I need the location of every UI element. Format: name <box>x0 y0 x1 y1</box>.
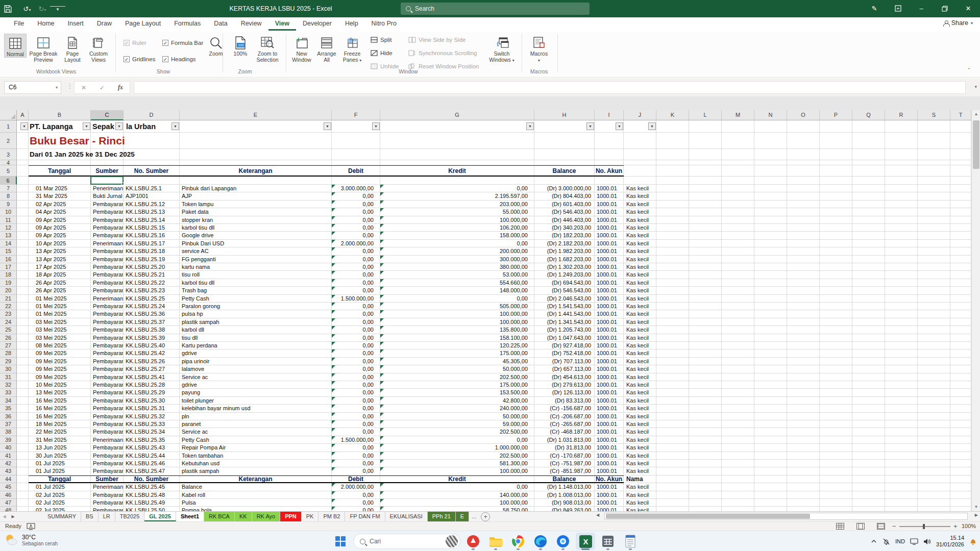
cell-A18[interactable] <box>17 271 29 279</box>
cell-T7[interactable] <box>950 185 971 192</box>
volume-icon[interactable] <box>923 538 931 545</box>
cell-D33[interactable]: KK.LSBU.25.29 <box>124 389 180 396</box>
cell-H10[interactable]: (Dr) 546.403,00 <box>534 208 595 216</box>
sheet-tab-kk[interactable]: KK <box>235 512 252 521</box>
cell-E8[interactable]: AJP <box>180 192 332 200</box>
cell-D40[interactable]: KK.LSBU.25.43 <box>124 444 180 452</box>
cell-T13[interactable] <box>950 232 971 239</box>
cell-B11[interactable]: 09 Apr 2025 <box>29 216 91 224</box>
cell-J40[interactable]: Kas kecil <box>624 444 656 452</box>
cell-F5[interactable]: Debit <box>332 165 380 177</box>
cell-R10[interactable] <box>885 208 918 216</box>
cell-P39[interactable] <box>820 436 852 444</box>
cell-A10[interactable] <box>17 208 29 216</box>
row-header-35[interactable]: 35 <box>0 405 17 412</box>
cell-B42[interactable]: 01 Jul 2025 <box>29 460 91 467</box>
cell-B15[interactable]: 13 Apr 2025 <box>29 247 91 255</box>
cell-D45[interactable]: KK.LSBU.25.45 <box>124 483 180 491</box>
cell-D27[interactable]: KK.LSBU.25.40 <box>124 342 180 349</box>
cell-E27[interactable]: Kartu perdana <box>180 342 332 349</box>
cell-M41[interactable] <box>722 452 754 460</box>
cell-M39[interactable] <box>722 436 754 444</box>
cell-S37[interactable] <box>918 420 950 428</box>
cell-N22[interactable] <box>754 303 787 310</box>
cell-H15[interactable]: (Dr) 1.982.203,00 <box>534 247 595 255</box>
cell-P25[interactable] <box>820 326 852 334</box>
cell-T34[interactable] <box>950 397 971 405</box>
cell-H24[interactable]: (Dr) 1.341.543,00 <box>534 318 595 326</box>
cell-G10[interactable]: 55.000,00 <box>380 208 534 216</box>
cell-K28[interactable] <box>656 349 689 357</box>
cell-Q39[interactable] <box>852 436 885 444</box>
cell-F10[interactable]: 0,00 <box>332 208 380 216</box>
formula-bar-checkbox[interactable]: ✓Formula Bar <box>162 40 203 46</box>
cell-O13[interactable] <box>787 232 820 239</box>
cell-E48[interactable]: Pompa bola <box>180 507 332 511</box>
cell-R19[interactable] <box>885 279 918 287</box>
cell-D21[interactable]: KK.LSBU.25.25 <box>124 295 180 303</box>
cell-N10[interactable] <box>754 208 787 216</box>
cell-J31[interactable]: Kas kecil <box>624 373 656 381</box>
cell-I11[interactable]: 1000.01 <box>595 216 624 224</box>
column-header-G[interactable]: G <box>380 110 534 120</box>
cell-I40[interactable]: 1000.01 <box>595 444 624 452</box>
cell-O21[interactable] <box>787 295 820 303</box>
cell-E29[interactable]: pipa urinoir <box>180 358 332 365</box>
close-button[interactable]: ✕ <box>957 0 980 17</box>
cell-A48[interactable] <box>17 507 29 511</box>
menu-tab-home[interactable]: Home <box>31 17 61 31</box>
split-button[interactable]: Split <box>371 37 391 43</box>
do-not-disturb-icon[interactable] <box>883 538 890 545</box>
cell-Q13[interactable] <box>852 232 885 239</box>
cell-T17[interactable] <box>950 263 971 271</box>
cell-R40[interactable] <box>885 444 918 452</box>
file-explorer-icon[interactable] <box>486 533 505 550</box>
cell-K34[interactable] <box>656 397 689 405</box>
cell-Q25[interactable] <box>852 326 885 334</box>
cell-T46[interactable] <box>950 491 971 499</box>
cell-K20[interactable] <box>656 287 689 294</box>
vertical-scroll-thumb[interactable] <box>973 120 979 169</box>
cell-J7[interactable]: Kas kecil <box>624 185 656 192</box>
cell-E25[interactable]: karbol dll <box>180 326 332 334</box>
cell-H31[interactable]: (Dr) 454.613,00 <box>534 373 595 381</box>
cell-G45[interactable]: 0,00 <box>380 483 534 491</box>
cell-B29[interactable]: 09 Mei 2025 <box>29 358 91 365</box>
cell-G7[interactable]: 0,00 <box>380 185 534 192</box>
cell-J20[interactable]: Kas kecil <box>624 287 656 294</box>
cell-Q21[interactable] <box>852 295 885 303</box>
cell-C9[interactable]: Pembayaran <box>91 201 124 208</box>
cell-A28[interactable] <box>17 349 29 357</box>
cell-F45[interactable]: 2.000.000,00 <box>332 483 380 491</box>
cell-Q33[interactable] <box>852 389 885 396</box>
cell-T19[interactable] <box>950 279 971 287</box>
zoom-slider-thumb[interactable] <box>923 524 925 529</box>
cell-Q27[interactable] <box>852 342 885 349</box>
cell-Q29[interactable] <box>852 358 885 365</box>
cell-E40[interactable]: Repair Pompa Air <box>180 444 332 452</box>
cell-D32[interactable]: KK.LSBU.25.28 <box>124 381 180 389</box>
row-header-9[interactable]: 9 <box>0 201 17 208</box>
cell-F15[interactable]: 0,00 <box>332 247 380 255</box>
cell-C27[interactable]: Pembayaran <box>91 342 124 349</box>
cell-D24[interactable]: KK.LSBU.25.37 <box>124 318 180 326</box>
cell-J21[interactable]: Kas kecil <box>624 295 656 303</box>
secondary-browser-icon[interactable] <box>553 533 573 550</box>
cell-H9[interactable]: (Dr) 601.403,00 <box>534 201 595 208</box>
cell-E9[interactable]: Token lampu <box>180 201 332 208</box>
cell-A7[interactable] <box>17 185 29 192</box>
cell-G34[interactable]: 42.800,00 <box>380 397 534 405</box>
cell-Q43[interactable] <box>852 467 885 475</box>
cell-B5[interactable]: Tanggal <box>29 165 91 177</box>
cell-F18[interactable]: 0,00 <box>332 271 380 279</box>
cell-E7[interactable]: Pinbuk dari Lapangan <box>180 185 332 192</box>
cell-S36[interactable] <box>918 413 950 420</box>
cell-Q2[interactable] <box>852 133 885 149</box>
cell-H30[interactable]: (Dr) 657.113,00 <box>534 365 595 373</box>
ribbon-display-options-icon[interactable] <box>886 0 910 17</box>
cell-J2[interactable] <box>624 133 656 149</box>
cell-G31[interactable]: 202.500,00 <box>380 373 534 381</box>
cell-S12[interactable] <box>918 224 950 232</box>
cell-J27[interactable]: Kas kecil <box>624 342 656 349</box>
cell-B37[interactable]: 18 Mei 2025 <box>29 420 91 428</box>
